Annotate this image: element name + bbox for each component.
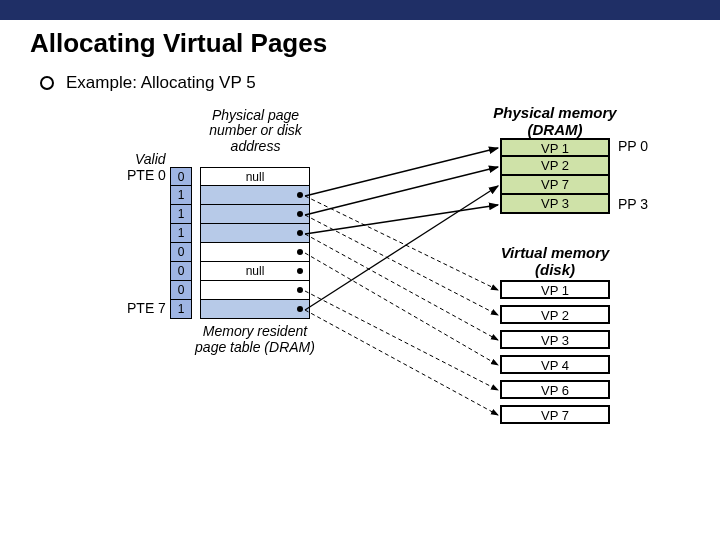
ppn-cell — [200, 243, 310, 262]
page-table-caption: Memory resident page table (DRAM) — [190, 323, 320, 355]
ppn-header: Physical page number or disk address — [198, 108, 313, 154]
valid-cell: 1 — [170, 186, 192, 205]
ppn-cell: null — [200, 167, 310, 186]
svg-line-5 — [305, 215, 498, 315]
disk-cell: VP 3 — [500, 330, 610, 349]
svg-line-1 — [305, 167, 498, 215]
svg-line-9 — [305, 310, 498, 415]
arrows-layer — [0, 108, 720, 538]
disk-cell: VP 6 — [500, 380, 610, 399]
valid-cell: 0 — [170, 281, 192, 300]
disk-cell: VP 7 — [500, 405, 610, 424]
valid-cell: 1 — [170, 224, 192, 243]
pm-cell: VP 1 — [500, 138, 610, 157]
ppn-cell — [200, 224, 310, 243]
phys-mem-title: Physical memory (DRAM) — [480, 104, 630, 138]
slide-title: Allocating Virtual Pages — [30, 28, 720, 59]
ppn-cell: null — [200, 262, 310, 281]
disk-cell: VP 2 — [500, 305, 610, 324]
header-bar — [0, 0, 720, 20]
pm-cell: VP 3 — [500, 195, 610, 214]
pte0-label: PTE 0 — [127, 167, 166, 183]
disk-title: Virtual memory (disk) — [485, 244, 625, 278]
svg-line-0 — [305, 148, 498, 196]
pm-cell: VP 7 — [500, 176, 610, 195]
disk-cell: VP 4 — [500, 355, 610, 374]
disk-column: VP 1 VP 2 VP 3 VP 4 VP 6 VP 7 — [500, 280, 610, 430]
ppn-cell — [200, 186, 310, 205]
valid-cell: 1 — [170, 205, 192, 224]
valid-column: 0 1 1 1 0 0 0 1 — [170, 167, 192, 319]
svg-line-6 — [305, 234, 498, 340]
ppn-cell — [200, 205, 310, 224]
pte7-label: PTE 7 — [127, 300, 166, 316]
ppn-column: null null — [200, 167, 310, 319]
svg-line-8 — [305, 291, 498, 390]
ppn-cell — [200, 281, 310, 300]
svg-line-2 — [305, 186, 498, 310]
ppn-cell — [200, 300, 310, 319]
valid-cell: 1 — [170, 300, 192, 319]
diagram: Physical page number or disk address Val… — [0, 108, 720, 538]
pm-cell: VP 2 — [500, 157, 610, 176]
phys-mem-column: VP 1 VP 2 VP 7 VP 3 — [500, 138, 610, 214]
valid-header: Valid — [135, 151, 175, 167]
pp3-label: PP 3 — [618, 196, 648, 212]
pp0-label: PP 0 — [618, 138, 648, 154]
bullet-row: Example: Allocating VP 5 — [40, 73, 720, 93]
disk-cell: VP 1 — [500, 280, 610, 299]
svg-line-4 — [305, 196, 498, 290]
bullet-text: Example: Allocating VP 5 — [66, 73, 256, 93]
svg-line-7 — [305, 253, 498, 365]
valid-cell: 0 — [170, 167, 192, 186]
valid-cell: 0 — [170, 262, 192, 281]
valid-cell: 0 — [170, 243, 192, 262]
svg-line-3 — [305, 205, 498, 234]
bullet-icon — [40, 76, 54, 90]
